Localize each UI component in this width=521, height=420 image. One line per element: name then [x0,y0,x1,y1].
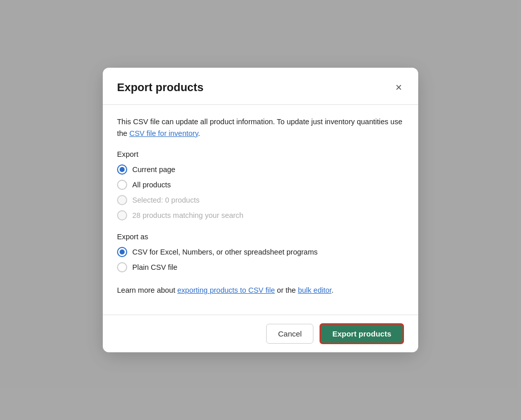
footer-text-after-link2: . [332,286,334,294]
radio-current-page[interactable] [117,164,127,175]
modal-actions: Cancel Export products [103,315,418,352]
close-icon: × [395,82,402,93]
export-as-option-csv-excel-label: CSV for Excel, Numbers, or other spreads… [132,248,317,256]
info-paragraph: This CSV file can update all product inf… [117,116,404,139]
export-products-modal: Export products × This CSV file can upda… [103,68,418,352]
modal-title: Export products [117,81,204,94]
radio-all-products[interactable] [117,180,127,190]
footer-info-paragraph: Learn more about exporting products to C… [117,285,404,304]
footer-text-before-link1: Learn more about [117,286,178,294]
exporting-products-link[interactable]: exporting products to CSV file [178,286,275,294]
export-option-all-products[interactable]: All products [117,180,404,190]
export-as-radio-group: CSV for Excel, Numbers, or other spreads… [117,247,404,272]
export-radio-group: Current page All products Selected: 0 pr… [117,164,404,220]
export-option-matching-search-label: 28 products matching your search [132,211,243,219]
csv-inventory-link[interactable]: CSV file for inventory [129,129,198,137]
export-option-current-page[interactable]: Current page [117,164,404,175]
radio-plain-csv[interactable] [117,262,127,272]
export-option-matching-search: 28 products matching your search [117,210,404,220]
export-option-current-page-label: Current page [132,165,176,174]
export-as-section-label: Export as [117,233,404,241]
export-products-button[interactable]: Export products [320,323,404,344]
radio-matching-search [117,210,127,220]
radio-csv-excel[interactable] [117,247,127,257]
export-section-label: Export [117,150,404,158]
modal-header: Export products × [103,68,418,104]
modal-overlay[interactable]: Export products × This CSV file can upda… [0,0,521,420]
info-text-after-link: . [198,129,200,137]
export-as-option-plain-csv[interactable]: Plain CSV file [117,262,404,272]
export-option-selected-products-label: Selected: 0 products [132,196,199,204]
cancel-button[interactable]: Cancel [266,324,313,344]
export-option-selected-products: Selected: 0 products [117,195,404,205]
bulk-editor-link[interactable]: bulk editor [298,286,331,294]
export-as-option-plain-csv-label: Plain CSV file [132,263,178,271]
close-button[interactable]: × [393,80,404,95]
footer-text-between-links: or the [275,286,298,294]
modal-body: This CSV file can update all product inf… [103,105,418,314]
radio-selected-products [117,195,127,205]
export-option-all-products-label: All products [132,181,171,189]
export-as-option-csv-excel[interactable]: CSV for Excel, Numbers, or other spreads… [117,247,404,257]
